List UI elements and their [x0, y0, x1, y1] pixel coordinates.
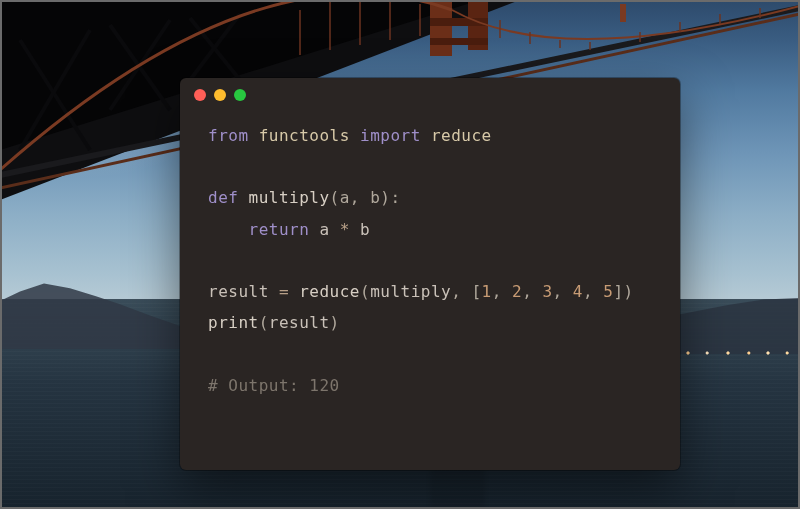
zoom-icon[interactable] — [234, 89, 246, 101]
import-target: reduce — [431, 126, 492, 145]
code-line: print(result) — [208, 307, 652, 338]
paren-close: ) — [330, 313, 340, 332]
argument: result — [269, 313, 330, 332]
argument: multiply — [370, 282, 451, 301]
number-literal: 4 — [573, 282, 583, 301]
code-line: return a * b — [208, 214, 652, 245]
blank-line — [208, 151, 652, 182]
blank-line — [208, 245, 652, 276]
comma: , — [522, 282, 542, 301]
code-line: def multiply(a, b): — [208, 182, 652, 213]
code-line: result = reduce(multiply, [1, 2, 3, 4, 5… — [208, 276, 652, 307]
function-name: multiply — [249, 188, 330, 207]
terminal-window[interactable]: from functools import reduce def multipl… — [180, 78, 680, 470]
paren-close: ]) — [613, 282, 633, 301]
identifier: result — [208, 282, 279, 301]
keyword-def: def — [208, 188, 249, 207]
blank-line — [208, 338, 652, 369]
number-literal: 2 — [512, 282, 522, 301]
svg-rect-13 — [430, 38, 488, 45]
paren-open: ( — [259, 313, 269, 332]
minimize-icon[interactable] — [214, 89, 226, 101]
param-list: (a, b): — [330, 188, 401, 207]
code-editor: from functools import reduce def multipl… — [180, 112, 680, 421]
identifier: a — [319, 220, 339, 239]
svg-rect-11 — [468, 0, 488, 50]
paren-open: ( — [360, 282, 370, 301]
close-icon[interactable] — [194, 89, 206, 101]
desktop-wallpaper: from functools import reduce def multipl… — [0, 0, 800, 509]
comma: , — [583, 282, 603, 301]
identifier: b — [360, 220, 370, 239]
number-literal: 3 — [542, 282, 552, 301]
keyword-from: from — [208, 126, 259, 145]
number-literal: 1 — [482, 282, 492, 301]
comma: , — [492, 282, 512, 301]
svg-rect-10 — [430, 0, 452, 56]
svg-rect-14 — [620, 4, 626, 22]
keyword-return: return — [249, 220, 320, 239]
comma: , — [553, 282, 573, 301]
number-literal: 5 — [603, 282, 613, 301]
indent — [208, 220, 249, 239]
operator-assign: = — [279, 282, 299, 301]
window-titlebar[interactable] — [180, 78, 680, 112]
operator-multiply: * — [340, 220, 360, 239]
keyword-import: import — [360, 126, 431, 145]
code-line: from functools import reduce — [208, 120, 652, 151]
comment-line: # Output: 120 — [208, 370, 652, 401]
module-name: functools — [259, 126, 360, 145]
function-call: reduce — [299, 282, 360, 301]
svg-rect-12 — [430, 18, 488, 26]
list-open: , [ — [451, 282, 481, 301]
function-call: print — [208, 313, 259, 332]
